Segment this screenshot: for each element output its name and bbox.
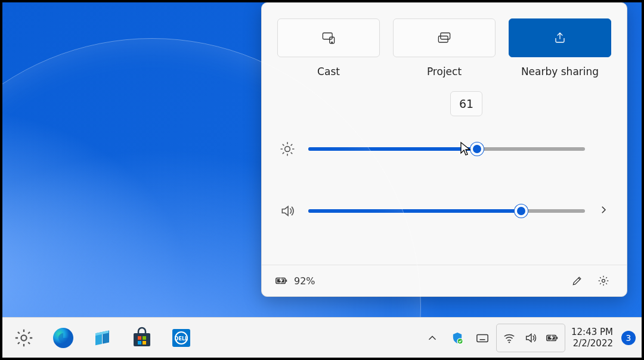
svg-rect-15 <box>286 280 287 282</box>
tile-nearby-sharing: Nearby sharing <box>509 18 611 77</box>
volume-output-chevron[interactable] <box>597 204 610 218</box>
svg-point-5 <box>285 147 290 152</box>
volume-icon <box>524 331 537 345</box>
svg-point-2 <box>332 42 333 43</box>
svg-rect-14 <box>276 278 286 283</box>
svg-line-12 <box>283 153 284 154</box>
battery-icon <box>275 274 288 287</box>
brightness-slider-row <box>278 135 610 163</box>
tile-label: Cast <box>317 66 340 77</box>
brightness-slider-thumb[interactable] <box>470 142 484 156</box>
tile-label: Nearby sharing <box>521 66 599 77</box>
pencil-icon <box>571 275 583 287</box>
brightness-icon <box>278 141 296 157</box>
cast-icon <box>320 30 337 46</box>
svg-rect-16 <box>277 279 284 283</box>
desktop-wallpaper[interactable]: Cast Project <box>2 2 642 317</box>
gear-icon <box>597 275 609 287</box>
svg-rect-0 <box>323 33 332 39</box>
keyboard-icon <box>476 331 489 345</box>
volume-slider-row <box>278 197 610 225</box>
brightness-value-tooltip: 61 <box>450 91 482 116</box>
svg-point-18 <box>21 335 26 340</box>
settings-button[interactable] <box>593 271 614 291</box>
tile-project: Project <box>393 18 496 77</box>
quick-settings-panel: Cast Project <box>261 2 627 297</box>
svg-rect-23 <box>134 333 150 346</box>
svg-point-17 <box>602 280 605 283</box>
edit-quick-settings-button[interactable] <box>567 271 587 291</box>
svg-rect-32 <box>477 334 488 342</box>
taskbar-settings-icon[interactable] <box>12 326 36 350</box>
svg-text:DELL: DELL <box>175 336 188 342</box>
notification-count: 3 <box>626 333 631 343</box>
taskbar-server-manager-icon[interactable] <box>91 326 114 350</box>
svg-point-38 <box>509 342 510 343</box>
clock-date: 2/2/2022 <box>571 338 613 349</box>
volume-slider[interactable] <box>308 209 585 213</box>
volume-slider-thumb[interactable] <box>515 204 528 218</box>
svg-line-11 <box>291 153 292 154</box>
taskbar-microsoft-store-icon[interactable] <box>130 326 154 350</box>
wifi-icon <box>503 331 516 345</box>
svg-rect-25 <box>143 336 146 340</box>
notification-badge[interactable]: 3 <box>621 331 636 345</box>
battery-icon <box>546 331 559 345</box>
svg-rect-40 <box>556 337 558 339</box>
svg-rect-26 <box>138 341 141 345</box>
cast-button[interactable] <box>277 18 380 57</box>
tile-cast: Cast <box>277 18 380 77</box>
svg-rect-24 <box>138 336 141 340</box>
quick-settings-tiles: Cast Project <box>278 18 610 77</box>
brightness-slider[interactable] <box>308 147 585 151</box>
chevron-up-icon <box>426 331 439 345</box>
battery-percent: 92% <box>294 275 315 287</box>
clock-time: 12:43 PM <box>571 327 613 338</box>
shield-icon <box>451 331 464 345</box>
svg-line-13 <box>291 144 292 145</box>
taskbar: DELL 12:43 PM 2/2/2022 3 <box>2 317 642 358</box>
tray-quick-settings-group[interactable] <box>496 324 565 352</box>
svg-line-10 <box>283 144 284 145</box>
taskbar-clock[interactable]: 12:43 PM 2/2/2022 <box>568 327 617 349</box>
tray-overflow-chevron[interactable] <box>421 323 444 353</box>
volume-icon <box>278 203 296 219</box>
tile-label: Project <box>427 66 462 77</box>
project-icon <box>436 30 453 46</box>
tray-touch-keyboard-button[interactable] <box>471 323 494 353</box>
share-icon <box>552 30 568 46</box>
brightness-value-text: 61 <box>459 97 473 110</box>
project-button[interactable] <box>393 18 496 57</box>
taskbar-edge-icon[interactable] <box>51 326 75 350</box>
taskbar-dell-icon[interactable]: DELL <box>169 326 193 350</box>
svg-rect-27 <box>143 341 146 345</box>
tray-security-icon[interactable] <box>446 323 469 353</box>
nearby-sharing-button[interactable] <box>509 18 611 57</box>
quick-settings-footer: 92% <box>262 265 627 296</box>
